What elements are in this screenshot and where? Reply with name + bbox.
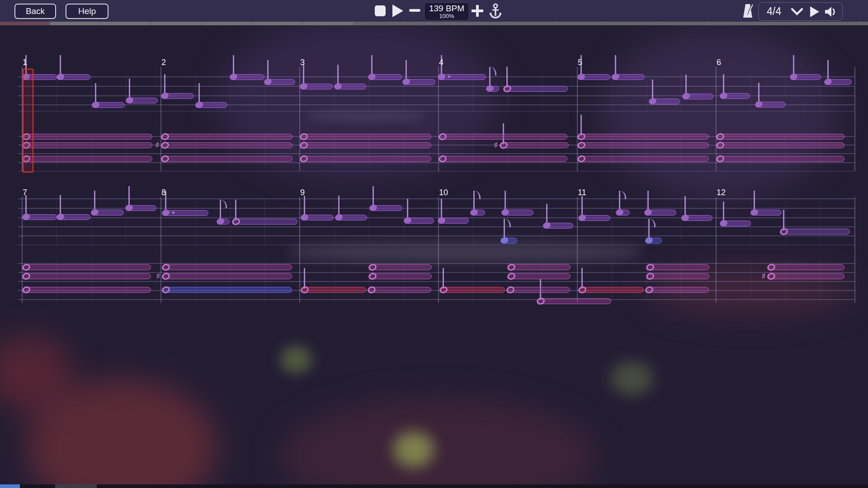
beat-line — [785, 73, 786, 112]
note-bar[interactable] — [769, 273, 844, 279]
playhead-cursor[interactable] — [23, 69, 33, 173]
note-bar[interactable] — [441, 287, 505, 293]
staff-line — [18, 111, 854, 112]
note-bar[interactable] — [647, 273, 709, 279]
beat-line — [750, 73, 751, 112]
metronome-button[interactable] — [741, 3, 755, 19]
volume-button[interactable] — [825, 6, 836, 18]
note-bar[interactable] — [24, 287, 151, 293]
note-bar[interactable] — [163, 287, 292, 293]
note-stem — [304, 196, 305, 216]
note-bar[interactable] — [301, 142, 431, 148]
bokeh-green-dot-1 — [393, 432, 434, 468]
note-bar[interactable] — [163, 210, 208, 216]
note-bar[interactable] — [163, 264, 292, 270]
chevron-down-icon — [791, 8, 803, 15]
staff-line — [18, 281, 854, 282]
time-signature-value[interactable]: 4/4 — [767, 5, 781, 18]
note-bar[interactable] — [162, 134, 292, 140]
measure-number: 10 — [439, 188, 448, 197]
note-bar[interactable] — [509, 273, 571, 279]
stop-icon — [375, 5, 386, 16]
back-button[interactable]: Back — [14, 4, 56, 19]
note-stem — [652, 80, 653, 100]
strip-segment — [152, 22, 201, 25]
bpm-increase-button[interactable] — [472, 5, 483, 17]
measure-number: 9 — [300, 188, 305, 197]
plus-icon — [472, 5, 483, 17]
anchor-button[interactable] — [489, 3, 502, 19]
note-bar[interactable] — [579, 134, 709, 140]
note-bar[interactable] — [505, 86, 568, 92]
measure-number: 11 — [578, 188, 586, 197]
note-bar[interactable] — [163, 273, 292, 279]
note-bar[interactable] — [370, 264, 432, 270]
note-bar[interactable] — [440, 156, 567, 162]
barline — [577, 197, 578, 303]
beat-line — [785, 201, 786, 244]
note-bar[interactable] — [769, 264, 844, 270]
note-bar[interactable] — [509, 264, 571, 270]
note-bar[interactable] — [301, 156, 431, 162]
strip-segment — [203, 22, 252, 25]
note-stem — [60, 195, 61, 216]
dotted-note-dot — [172, 211, 175, 214]
note-bar[interactable] — [647, 264, 709, 270]
beat-line — [57, 73, 57, 112]
note-bar[interactable] — [440, 134, 567, 140]
note-bar[interactable] — [579, 156, 709, 162]
strip-segment — [709, 22, 758, 25]
beat-line — [542, 73, 542, 112]
help-button[interactable]: Help — [66, 4, 108, 19]
note-bar[interactable] — [439, 74, 486, 80]
sharp-icon: ♯ — [762, 272, 765, 279]
measure-number: 2 — [161, 58, 166, 67]
note-bar[interactable] — [501, 142, 569, 148]
bokeh-red-left — [0, 334, 72, 411]
time-signature-dropdown[interactable] — [791, 8, 803, 15]
section-strip[interactable] — [0, 22, 868, 25]
note-bar[interactable] — [24, 156, 152, 162]
note-bar[interactable] — [717, 156, 844, 162]
note-stem — [164, 74, 165, 95]
stop-button[interactable] — [375, 5, 386, 16]
note-bar[interactable] — [301, 134, 431, 140]
beat-line — [91, 73, 92, 112]
barline — [577, 67, 578, 171]
note-bar[interactable] — [24, 273, 151, 279]
sharp-icon: ♯ — [156, 272, 160, 279]
note-bar[interactable] — [24, 134, 152, 140]
note-bar[interactable] — [717, 142, 844, 148]
bpm-decrease-button[interactable] — [409, 9, 420, 12]
play-button[interactable] — [392, 5, 403, 17]
note-bar[interactable] — [781, 229, 850, 235]
bottom-progress-strip[interactable] — [0, 484, 868, 488]
bokeh-light-band-system2 — [289, 243, 642, 261]
beat-line — [473, 260, 473, 300]
note-bar[interactable] — [162, 156, 292, 162]
note-bar[interactable] — [162, 142, 292, 148]
note-bar[interactable] — [370, 273, 432, 279]
play-small-icon — [810, 6, 820, 18]
note-bar[interactable] — [579, 142, 709, 148]
note-bar[interactable] — [24, 142, 152, 148]
note-bar[interactable] — [369, 287, 431, 293]
note-stem — [25, 195, 27, 216]
note-stem — [793, 55, 794, 76]
note-bar[interactable] — [580, 287, 644, 293]
note-bar[interactable] — [717, 134, 844, 140]
note-stem — [685, 75, 687, 95]
note-bar[interactable] — [646, 287, 709, 293]
note-bar[interactable] — [24, 264, 151, 270]
sharp-icon: ♯ — [156, 141, 159, 148]
bpm-display[interactable]: 139 BPM 100% — [424, 2, 469, 21]
play-from-here-button[interactable] — [810, 6, 820, 18]
note-bar[interactable] — [302, 287, 366, 293]
note-bar[interactable] — [538, 298, 611, 304]
bokeh-green-dot-2 — [280, 346, 312, 374]
note-bar[interactable] — [233, 219, 297, 225]
note-stem — [827, 60, 829, 81]
note-bar[interactable] — [508, 287, 570, 293]
barline — [22, 197, 23, 303]
barline — [299, 197, 300, 303]
